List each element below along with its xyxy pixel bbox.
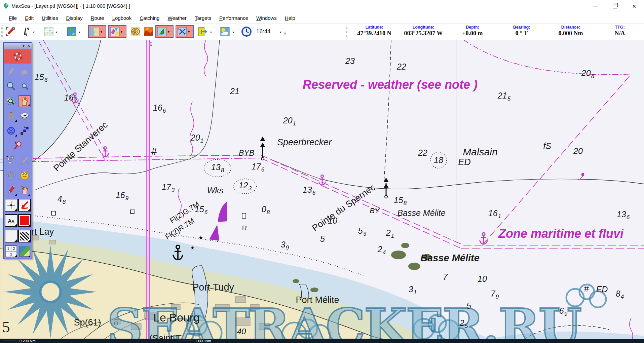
center-crosshair-button[interactable] — [5, 199, 17, 212]
sounding: 123 — [239, 181, 252, 192]
north-up-icon[interactable]: N — [20, 26, 32, 37]
time-display[interactable]: 16:44 — [256, 28, 271, 35]
menu-route[interactable]: Route — [87, 13, 108, 23]
scale-label-left: 0.200 Nm — [20, 339, 36, 343]
menu-display[interactable]: Display — [62, 13, 86, 23]
sounding: 161 — [488, 208, 501, 220]
contour-lines-icon[interactable] — [130, 26, 141, 37]
chart-label: (Saint-T — [149, 333, 182, 339]
menu-utilities[interactable]: Utilities — [38, 13, 62, 23]
sounding: 69 — [559, 306, 567, 317]
distance-readout: Distance:0.000 Nm — [546, 25, 595, 37]
smiley-button[interactable] — [18, 169, 31, 181]
menu-targets[interactable]: Targets — [191, 13, 215, 23]
text-label-glyph: AA — [8, 218, 14, 224]
palette-title-bar[interactable]: ▾ ✕ — [4, 43, 32, 49]
zoom-in-button[interactable] — [5, 80, 17, 92]
dividers-button[interactable] — [5, 110, 17, 122]
close-button[interactable]: ✕ — [624, 0, 644, 12]
pan-hand-button[interactable] — [18, 95, 31, 107]
route-plot-icon[interactable]: ▾ — [176, 25, 194, 38]
pencil-button[interactable] — [5, 184, 17, 196]
window-title: MaxSea - [Layer.ptf [WGS84]] - [ 1:10 00… — [11, 3, 130, 9]
sounding: 22 — [418, 148, 427, 158]
zoom-out-button[interactable] — [18, 80, 31, 92]
draw-route-icon[interactable] — [5, 26, 16, 37]
maximize-button[interactable] — [605, 0, 624, 12]
weather-icon[interactable] — [219, 26, 231, 37]
hatch-pattern-button[interactable] — [18, 230, 31, 242]
mob-exit-icon[interactable] — [197, 26, 209, 37]
chart-canvas[interactable]: ★ ★ SEATRACKER.RU 1561671662123222082 — [0, 40, 644, 339]
sounding: 173 — [162, 182, 175, 194]
sounding: 156 — [35, 72, 47, 84]
menu-help[interactable]: Help — [281, 13, 299, 23]
grid-icon[interactable] — [43, 26, 54, 37]
bearing-readout: Bearing:0 ° T — [497, 25, 546, 37]
sounding: 20 — [573, 146, 583, 156]
chart-label: BYB — [239, 149, 254, 158]
compass-button[interactable] — [18, 110, 31, 122]
chart-label: 5 — [2, 318, 10, 336]
raster-chart-icon[interactable]: ▾ — [88, 25, 106, 38]
fill-color-button[interactable] — [18, 214, 31, 227]
sounding: 136 — [617, 209, 630, 221]
fields-grip[interactable] — [346, 26, 347, 38]
point-select-button[interactable] — [18, 184, 31, 196]
sounding: 24 — [378, 244, 386, 256]
app-icon — [3, 2, 9, 9]
clock-icon[interactable] — [241, 26, 252, 37]
own-ship-icon[interactable]: ▾ — [155, 25, 174, 38]
menu-catching[interactable]: Catching — [136, 13, 163, 23]
menu-file[interactable]: File — [5, 13, 21, 23]
chart-zoom-button[interactable] — [5, 95, 17, 107]
vector-chart-icon[interactable]: ▾ — [108, 25, 126, 38]
north-up-caret[interactable]: ▾ — [33, 30, 35, 34]
hatch-swatch — [20, 232, 29, 240]
grid-caret[interactable]: ▾ — [56, 30, 58, 34]
chart-thumbnail-button[interactable] — [18, 245, 31, 257]
text-label-button[interactable]: AA — [5, 214, 17, 227]
scissors-button[interactable] — [18, 154, 31, 166]
sounding: 23 — [345, 56, 355, 66]
terrain-shading-icon[interactable] — [143, 26, 154, 37]
sounding: 166 — [153, 103, 166, 114]
latitude-readout: Latitude:47°39.2410 N — [350, 25, 399, 37]
sounding: 25 — [460, 318, 468, 330]
menu-performance[interactable]: Performance — [215, 13, 252, 23]
line-style-button[interactable]: — — [5, 230, 17, 242]
sounding: 5 — [320, 234, 325, 244]
chart-label: Basse Mélite — [420, 253, 480, 264]
weather-caret[interactable]: ▾ — [233, 30, 234, 34]
time-caret[interactable]: ▾ — [280, 30, 281, 34]
palette-close-icon[interactable]: ✕ — [27, 44, 30, 48]
sounding: 08 — [262, 204, 270, 216]
sounding: 201 — [283, 116, 296, 127]
world-map-caret[interactable]: ▾ — [79, 30, 80, 34]
network-plus-button[interactable]: + — [5, 154, 17, 166]
route-edit-button[interactable]: + — [18, 125, 31, 137]
toolbar-overflow-caret[interactable]: ▾ — [284, 32, 286, 35]
sounding: 21 — [386, 228, 394, 239]
bearing-arrow-button[interactable] — [18, 199, 31, 212]
window-split-button[interactable]: 123 — [5, 245, 17, 257]
move-tool-button[interactable] — [5, 169, 17, 181]
red-swatch — [20, 216, 29, 225]
menu-weather[interactable]: Weather — [163, 13, 190, 23]
lifebuoy-button[interactable] — [4, 49, 31, 64]
palette-menu-caret[interactable]: ▾ — [23, 44, 25, 48]
sounding: 167 — [64, 93, 77, 104]
chart-label: R — [242, 224, 247, 232]
range-rings-button[interactable] — [5, 125, 17, 137]
line-glyph: — — [9, 233, 14, 239]
mob-exit-caret[interactable]: ▾ — [210, 30, 212, 34]
toolbar-grip[interactable] — [1, 26, 3, 38]
menu-logbook[interactable]: Logbook — [108, 13, 136, 23]
find-zoom-button[interactable]: + — [12, 140, 24, 152]
menu-windows[interactable]: Windows — [252, 13, 281, 23]
minimize-button[interactable] — [585, 0, 605, 12]
menu-edit[interactable]: Edit — [21, 13, 38, 23]
scale-ruler — [178, 341, 193, 342]
world-map-icon[interactable] — [66, 26, 77, 37]
scale-label-center: 1.000 Nm — [195, 339, 211, 343]
